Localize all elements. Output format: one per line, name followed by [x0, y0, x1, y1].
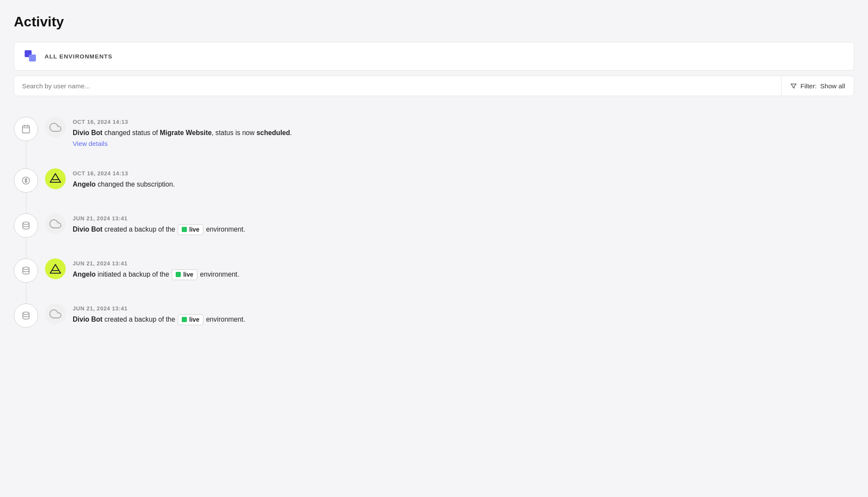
search-input[interactable] [14, 76, 781, 96]
env-badge-label: live [183, 270, 193, 279]
filter-label: Filter: [800, 82, 817, 90]
activity-text: Divio Bot created a backup of the live e… [73, 314, 854, 325]
activity-item: OCT 16, 2024 14:13 Angelo changed the su… [14, 158, 854, 203]
activity-timestamp: JUN 21, 2024 13:41 [73, 260, 854, 267]
env-bar[interactable]: ALL ENVIRONMENTS [14, 42, 854, 71]
ad-logo [49, 263, 61, 275]
page-title: Activity [14, 14, 854, 30]
activity-content: JUN 21, 2024 13:41 Divio Bot created a b… [73, 303, 854, 327]
search-filter-bar: Filter: Show all [14, 76, 854, 96]
activity-item: JUN 21, 2024 13:41 Divio Bot created a b… [14, 293, 854, 338]
timeline-icon-database [14, 258, 38, 283]
activity-content: OCT 16, 2024 14:13 Divio Bot changed sta… [73, 117, 854, 148]
database-icon [21, 266, 31, 275]
filter-icon [790, 83, 797, 90]
view-details-link[interactable]: View details [73, 140, 108, 147]
svg-rect-4 [23, 126, 30, 133]
activity-content: OCT 16, 2024 14:13 Angelo changed the su… [73, 168, 854, 191]
svg-marker-13 [50, 265, 61, 273]
env-badge-dot [176, 272, 181, 277]
env-badge-dot [182, 317, 187, 322]
activity-content: JUN 21, 2024 13:41 Angelo initiated a ba… [73, 258, 854, 282]
activity-timestamp: JUN 21, 2024 13:41 [73, 215, 854, 222]
activity-text: Divio Bot changed status of Migrate Webs… [73, 128, 854, 138]
svg-point-15 [23, 312, 29, 314]
env-badge-live: live [178, 224, 203, 235]
env-label: ALL ENVIRONMENTS [45, 53, 113, 60]
svg-point-11 [23, 222, 29, 224]
activity-timestamp: JUN 21, 2024 13:41 [73, 305, 854, 312]
activity-item: OCT 16, 2024 14:13 Divio Bot changed sta… [14, 106, 854, 158]
actor-icon-bot [45, 213, 66, 234]
activity-text: Angelo initiated a backup of the live en… [73, 269, 854, 280]
timeline-icon-dollar [14, 168, 38, 193]
activity-content: JUN 21, 2024 13:41 Divio Bot created a b… [73, 213, 854, 237]
filter-section[interactable]: Filter: Show all [781, 76, 854, 96]
env-badge-dot [182, 227, 187, 232]
timeline-icon-calendar [14, 117, 38, 141]
ad-logo [49, 172, 61, 184]
activity-list: OCT 16, 2024 14:13 Divio Bot changed sta… [14, 106, 854, 338]
activity-item: JUN 21, 2024 13:41 Angelo initiated a ba… [14, 248, 854, 293]
activity-item: JUN 21, 2024 13:41 Divio Bot created a b… [14, 203, 854, 248]
actor-icon-user [45, 168, 66, 189]
activity-timestamp: OCT 16, 2024 14:13 [73, 170, 854, 177]
svg-rect-3 [29, 55, 36, 61]
env-icon [23, 48, 39, 64]
actor-icon-bot [45, 303, 66, 324]
env-badge-live: live [178, 314, 203, 325]
activity-text: Angelo changed the subscription. [73, 179, 854, 190]
env-badge-live: live [172, 269, 197, 280]
svg-point-12 [23, 267, 29, 269]
angelo-logo [49, 172, 61, 185]
actor-icon-user [45, 258, 66, 279]
calendar-icon [21, 124, 31, 134]
svg-marker-9 [50, 174, 61, 182]
timeline-icon-database [14, 303, 38, 328]
activity-text: Divio Bot created a backup of the live e… [73, 224, 854, 235]
database-icon [21, 221, 31, 230]
activity-timestamp: OCT 16, 2024 14:13 [73, 119, 854, 125]
actor-icon-bot [45, 117, 66, 138]
cloud-icon [49, 121, 61, 133]
cloud-icon [49, 308, 61, 320]
filter-value: Show all [820, 82, 845, 90]
timeline-icon-database [14, 213, 38, 238]
database-icon [21, 311, 31, 320]
env-badge-label: live [189, 225, 199, 234]
dollar-icon [21, 176, 31, 185]
cloud-icon [49, 218, 61, 230]
env-badge-label: live [189, 315, 199, 324]
